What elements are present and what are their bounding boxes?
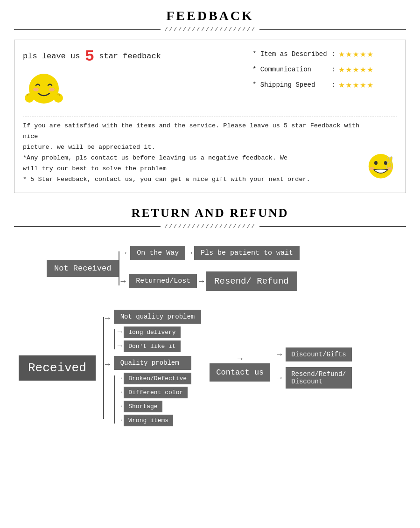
arrow-nr-1: → [119,248,128,257]
title-line-right [259,29,406,30]
different-color-box: Different color [124,387,188,398]
arrow-nr-1b: → [185,248,194,257]
feedback-top: pls leave us 5 star feedback [23,48,397,112]
svg-point-12 [387,167,392,170]
body-line-4: will try our best to solve the problem [23,164,360,174]
arrow-nr-2: → [119,277,127,286]
feedback-title: FEEDBACK [14,8,406,23]
feedback-section: FEEDBACK //////////////////// pls leave … [0,0,420,206]
refund-title: RETURN AND REFUND [14,206,406,220]
resend-refund-box: Resend/ Refund [206,271,297,291]
refund-zigzag: //////////////////// [161,223,259,230]
resend-refund-discount-box: Resend/Refund/Discount [286,367,352,389]
feedback-body: If you are satisfied with the items and … [23,121,360,185]
rating-row-3: * Shipping Speed : ★★★★★ [252,78,397,91]
long-delivery-box: long delivery [124,327,180,338]
not-received-flow: Not Received → On the Way → Pls be patie… [14,236,406,436]
not-received-box: Not Received [47,260,119,277]
arrow-nr-2b: → [197,277,206,286]
headline-pre: pls leave us [23,52,80,61]
rating-label-2: * Communication [252,66,332,73]
returned-lost-box: Returned/Lost [129,274,197,288]
body-line-2: picture. we will be appreciated it. [23,142,360,153]
on-the-way-box: On the Way [130,246,185,260]
body-line-5: * 5 Star Feedback, contact us, you can g… [23,174,360,185]
svg-point-11 [370,167,375,170]
feedback-title-decoration: //////////////////// [14,26,406,33]
smiley-face-2 [364,151,397,183]
feedback-box: pls leave us 5 star feedback [14,40,406,193]
refund-line-left [14,226,161,227]
arrow-to-contact: → [236,354,245,363]
svg-point-2 [49,88,55,91]
headline-post: star feedback [99,52,161,61]
smiley-face-1 [23,70,65,112]
body-line-3: *Any problem, pls contact us before leav… [23,153,360,164]
rating-colon-3: : [332,81,336,89]
dont-like-box: Don't like it [124,340,180,352]
refund-section: RETURN AND REFUND //////////////////// N… [0,206,420,445]
title-zigzag: //////////////////// [161,26,259,33]
rating-colon-1: : [332,50,336,58]
shortage-box: Shortage [124,401,162,412]
discount-gifts-box: Discount/Gifts [286,347,352,361]
not-quality-box: Not quality problem [114,310,202,324]
rating-stars-3: ★★★★★ [338,78,374,91]
rating-label-1: * Item as Described [252,50,332,58]
refund-title-decoration: //////////////////// [14,223,406,230]
svg-point-1 [33,88,39,91]
svg-point-3 [25,93,34,103]
rating-stars-1: ★★★★★ [338,48,374,60]
received-main-box: Received [19,355,96,381]
svg-point-4 [54,93,63,103]
refund-line-right [259,226,406,227]
patient-wait-box: Pls be patient to wait [194,246,300,260]
contact-us-box: Contact us [210,363,270,382]
title-line-left [14,29,161,30]
body-line-1: If you are satisfied with the items and … [23,121,360,142]
broken-defective-box: Broken/Defective [124,373,191,384]
rating-label-3: * Shipping Speed [252,81,332,89]
svg-point-6 [374,161,378,165]
feedback-left: pls leave us 5 star feedback [23,48,252,112]
feedback-ratings: * Item as Described : ★★★★★ * Communicat… [252,48,397,91]
feedback-headline: pls leave us 5 star feedback [23,48,252,65]
rating-stars-2: ★★★★★ [338,63,374,76]
feedback-divider [23,117,397,117]
quality-problem-box: Quality problem [114,356,191,370]
rating-row-2: * Communication : ★★★★★ [252,63,397,76]
headline-num: 5 [85,48,94,65]
wrong-items-box: Wrong items [124,415,173,426]
feedback-body-bottom: If you are satisfied with the items and … [23,121,397,185]
rating-row-1: * Item as Described : ★★★★★ [252,48,397,60]
feedback-text: If you are satisfied with the items and … [23,121,360,185]
rating-colon-2: : [332,66,336,73]
